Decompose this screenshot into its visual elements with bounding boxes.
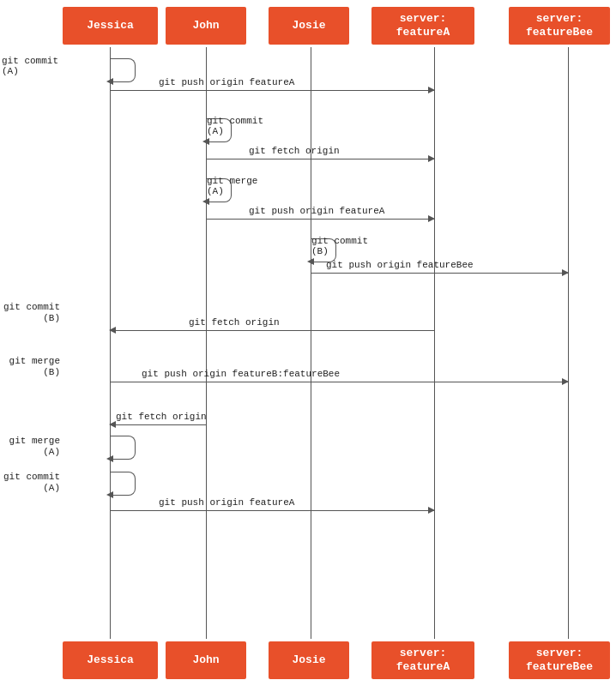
label-fetch-origin-2: git fetch origin <box>189 317 280 328</box>
actor-jessica-bottom: Jessica <box>63 641 158 679</box>
label-git-commit-a-jessica-2: git commit(A) <box>2 472 60 494</box>
actor-featureA-top: server:featureA <box>371 7 474 45</box>
actor-featureA-bottom: server:featureA <box>371 641 474 679</box>
lifeline-jessica <box>110 47 111 639</box>
lifeline-featureBee <box>568 47 569 639</box>
arrow-fetch-origin-2 <box>110 330 434 331</box>
arrow-push-featureA-2 <box>206 219 434 220</box>
actor-jessica-top: Jessica <box>63 7 158 45</box>
label-fetch-origin-3: git fetch origin <box>116 412 207 422</box>
arrow-push-featureBee <box>311 273 568 274</box>
self-loop-jessica-merge-a <box>110 436 136 460</box>
self-loop-jessica-commit-a <box>110 58 136 82</box>
actor-featureBee-bottom: server:featureBee <box>509 641 610 679</box>
label-push-featureA-2: git push origin featureA <box>249 206 384 216</box>
label-push-featureA-3: git push origin featureA <box>159 497 294 508</box>
label-git-merge-a-john: git merge(A) <box>207 176 257 196</box>
lifeline-featureA <box>434 47 435 639</box>
label-git-merge-a-jessica: git merge(A) <box>2 436 60 458</box>
actor-john-top: John <box>166 7 246 45</box>
label-git-merge-b-jessica: git merge(B) <box>2 356 60 378</box>
self-loop-jessica-commit-a-2 <box>110 472 136 496</box>
arrow-push-featureB-featureBee <box>110 382 568 382</box>
label-fetch-origin-1: git fetch origin <box>249 146 340 156</box>
actor-john-bottom: John <box>166 641 246 679</box>
arrow-push-featureA-1 <box>110 90 434 91</box>
arrow-fetch-origin-3 <box>110 424 206 425</box>
label-git-commit-b-jessica: git commit(B) <box>2 302 60 324</box>
actor-josie-bottom: Josie <box>269 641 349 679</box>
sequence-diagram: Jessica John Josie server:featureA serve… <box>0 0 616 686</box>
label-push-featureB-featureBee: git push origin featureB:featureBee <box>142 369 340 379</box>
label-git-commit-a-john: git commit(A) <box>207 116 263 136</box>
arrow-push-featureA-3 <box>110 510 434 511</box>
actor-featureBee-top: server:featureBee <box>509 7 610 45</box>
lifeline-josie <box>311 47 311 639</box>
label-git-commit-b-josie: git commit(B) <box>311 236 368 256</box>
label-push-featureA-1: git push origin featureA <box>159 77 294 87</box>
label-git-commit-a-jessica: git commit(A) <box>2 56 60 76</box>
actor-josie-top: Josie <box>269 7 349 45</box>
arrow-fetch-origin-1 <box>206 159 434 159</box>
label-push-featureBee: git push origin featureBee <box>326 260 474 270</box>
